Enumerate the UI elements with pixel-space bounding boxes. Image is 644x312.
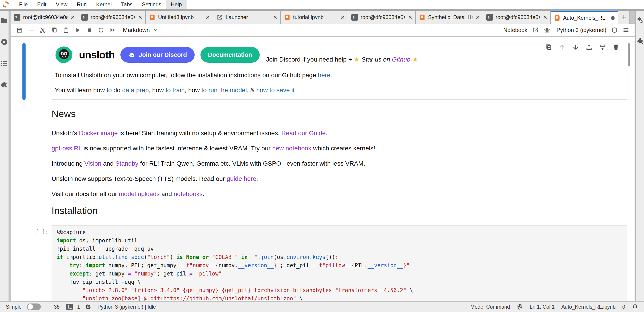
trust-indicator-icon[interactable]	[517, 304, 523, 310]
run-cell-button[interactable]	[72, 25, 84, 35]
md-link[interactable]: run the model	[208, 87, 247, 94]
duplicate-cell-button[interactable]	[545, 44, 552, 51]
notifications-bell-icon[interactable]	[632, 304, 638, 310]
debugger-icon[interactable]	[544, 25, 550, 35]
cell-collapser[interactable]	[22, 43, 26, 100]
insert-cell-button[interactable]	[25, 25, 37, 35]
close-tab-icon[interactable]: ×	[70, 14, 75, 20]
debugger-panel-icon[interactable]	[636, 37, 644, 44]
markdown-paragraph: To install Unsloth on your own computer,…	[55, 71, 622, 79]
join-discord-button[interactable]: Join our Discord	[120, 47, 195, 63]
restart-run-all-button[interactable]	[107, 25, 118, 35]
terminal-count-icon: $_	[66, 304, 73, 310]
paste-cell-button[interactable]	[60, 25, 72, 35]
star-icon: ★	[412, 55, 418, 63]
kernel-status-icon[interactable]	[611, 25, 618, 35]
md-link[interactable]: train	[172, 87, 184, 94]
md-link[interactable]: data prep	[122, 87, 149, 94]
new-tab-button[interactable]: +	[618, 11, 630, 24]
tab-root-dfc96034e0a[interactable]: $_root@dfc96034e0a×	[348, 11, 416, 24]
markdown-cell-header: unsloth Join our Discord	[11, 43, 634, 100]
toolbar-menu-icon[interactable]	[623, 25, 629, 35]
terminal-icon: $_	[82, 14, 88, 20]
tab-synthetic-data-hac[interactable]: Synthetic_Data_Hac×	[416, 11, 483, 24]
md-link[interactable]: guide here	[227, 175, 256, 182]
markdown-paragraph: Unsloth's Docker image is here! Start tr…	[52, 129, 628, 137]
toolbar-buttons	[14, 25, 118, 35]
md-link[interactable]: Read our Guide	[282, 130, 326, 137]
md-link[interactable]: Github	[392, 56, 410, 63]
markdown-paragraph: You will learn how to do data prep, how …	[55, 86, 622, 94]
close-tab-icon[interactable]: ×	[205, 14, 210, 20]
cut-cell-button[interactable]	[37, 25, 48, 35]
md-link[interactable]: model uploads	[119, 190, 160, 197]
interrupt-kernel-button[interactable]	[84, 25, 95, 35]
md-link[interactable]: here	[318, 72, 330, 79]
tab-untitled3-ipynb[interactable]: Untitled3.ipynb×	[146, 11, 213, 24]
tab-label: root@dfc96034e0a	[90, 14, 135, 20]
menu-view[interactable]: View	[51, 0, 72, 9]
close-tab-icon[interactable]: ×	[273, 14, 278, 20]
close-tab-icon[interactable]: ×	[138, 14, 142, 20]
sidebar-file-browser[interactable]	[0, 16, 8, 24]
sidebar-running-sessions[interactable]	[0, 38, 8, 46]
delete-cell-button[interactable]	[612, 44, 619, 51]
simple-mode-toggle[interactable]	[27, 304, 41, 310]
insert-cell-below-button[interactable]	[599, 44, 606, 51]
md-link[interactable]: Standby	[115, 160, 138, 167]
insert-cell-above-button[interactable]	[586, 44, 592, 51]
cell-collapser[interactable]	[22, 100, 26, 225]
vertical-scrollbar-thumb[interactable]	[628, 43, 630, 66]
menu-file[interactable]: File	[14, 0, 32, 9]
copy-cell-button[interactable]	[48, 25, 60, 35]
close-tab-icon[interactable]: ×	[543, 14, 548, 20]
menu-kernel[interactable]: Kernel	[92, 0, 116, 9]
md-link[interactable]: new notebook	[272, 145, 311, 152]
menu-help[interactable]: Help	[166, 0, 186, 9]
left-sidebar	[0, 11, 11, 301]
tab-tutorial-ipynb[interactable]: tutorial.ipynb×	[281, 11, 348, 24]
md-link[interactable]: how to save it	[256, 87, 295, 94]
md-link[interactable]: gpt-oss RL	[52, 145, 82, 152]
md-link[interactable]: notebooks	[174, 190, 202, 197]
installation-heading: Installation	[52, 205, 628, 216]
move-cell-down-button[interactable]	[572, 44, 579, 51]
md-link[interactable]: Docker image	[79, 130, 118, 137]
code-editor[interactable]: %%captureimport os, importlib.util!pip i…	[52, 225, 628, 301]
menu-edit[interactable]: Edit	[32, 0, 51, 9]
tab-launcher[interactable]: Launcher×	[213, 11, 281, 24]
documentation-button[interactable]: Documentation	[200, 47, 260, 63]
restart-kernel-button[interactable]	[95, 25, 107, 35]
md-link[interactable]: Vision	[84, 160, 101, 167]
tagline-text: Join Discord if you need help + ★ Star u…	[266, 55, 418, 64]
code-line: import os, importlib.util	[56, 237, 622, 245]
property-inspector-icon[interactable]	[636, 16, 644, 24]
cell-collapser[interactable]	[22, 225, 26, 301]
kernel-name[interactable]: Python 3 (ipykernel)	[556, 27, 606, 33]
save-notebook-button[interactable]	[14, 25, 25, 35]
tab-root-dfc96034e0a[interactable]: $_root@dfc96034e0a×	[11, 11, 78, 24]
code-line: %%capture	[56, 228, 622, 237]
menu-tabs[interactable]: Tabs	[116, 0, 137, 9]
tab-label: Auto_Kernels_RL.ipy	[563, 15, 607, 21]
close-tab-icon[interactable]: ×	[408, 14, 412, 20]
terminal-icon: $_	[486, 14, 493, 20]
tab-auto-kernels-rl-ipy[interactable]: Auto_Kernels_RL.ipy	[551, 11, 618, 24]
tab-root-dfc96034e0a[interactable]: $_root@dfc96034e0a×	[483, 11, 551, 24]
markdown-paragraph: Introducing Vision and Standby for RL! T…	[52, 159, 628, 167]
chevron-down-icon	[153, 27, 158, 33]
tab-count: 38	[54, 304, 60, 310]
tab-root-dfc96034e0a[interactable]: $_root@dfc96034e0a×	[78, 11, 146, 24]
menu-run[interactable]: Run	[72, 0, 92, 9]
code-line: !uv pip install -qqq \	[56, 278, 622, 286]
menu-settings[interactable]: Settings	[137, 0, 166, 9]
sidebar-table-of-contents[interactable]	[0, 60, 8, 67]
open-in-new-icon[interactable]	[532, 25, 539, 35]
close-tab-icon[interactable]: ×	[340, 14, 345, 20]
close-tab-icon[interactable]: ×	[475, 14, 480, 20]
tab-label: Untitled3.ipynb	[158, 14, 202, 20]
cell-type-dropdown[interactable]: Markdown	[123, 27, 158, 34]
markdown-paragraph: gpt-oss RL is now supported with the fas…	[52, 144, 628, 152]
right-sidebar	[634, 11, 644, 301]
sidebar-extension-manager[interactable]	[0, 81, 8, 89]
